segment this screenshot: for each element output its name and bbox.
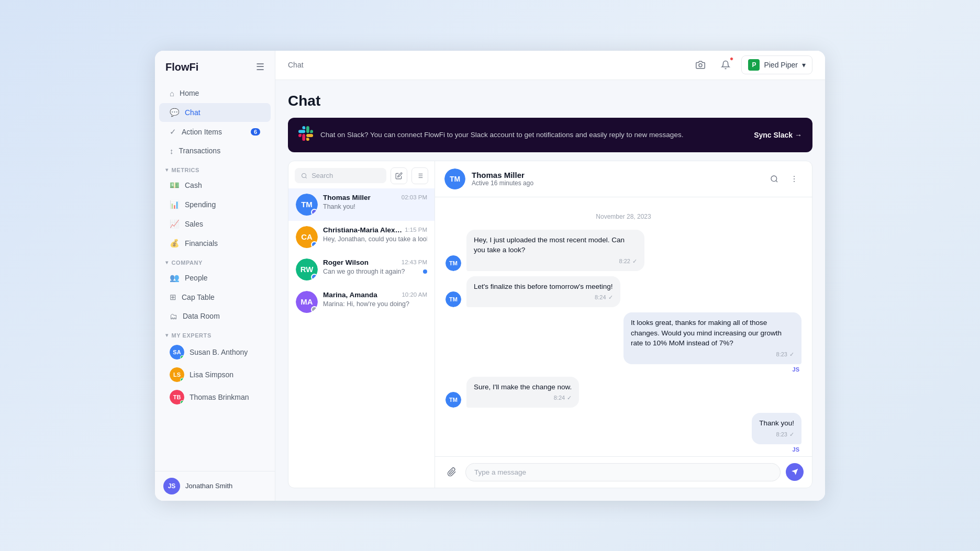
screenshot-button[interactable] [691,55,710,74]
sidebar-item-label: Chat [185,108,201,117]
main-content: Chat P Pied Piper ▾ [275,51,825,501]
sidebar-item-sales[interactable]: 📈 Sales [159,215,271,233]
sync-slack-button[interactable]: Sync Slack → [754,131,802,139]
cash-icon: 💵 [170,181,180,190]
sidebar-item-cash[interactable]: 💵 Cash [159,176,271,195]
search-icon [301,172,307,179]
data-room-icon: 🗂 [170,312,177,321]
conv-time: 12:43 PM [402,259,427,265]
chat-icon: 💬 [170,108,180,117]
conv-preview: Can we go through it again? [323,268,427,275]
sidebar-item-lisa[interactable]: LS Lisa Simpson [159,364,271,386]
sidebar: FlowFi ☰ ⌂ Home 💬 Chat ✓ Action Items 6 … [155,51,275,501]
chevron-icon: ▾ [165,167,169,173]
compose-button[interactable] [391,167,407,184]
conv-avatar-badge [311,274,318,280]
message-bubble: Thank you! 8:23 ✓ [752,413,801,444]
svg-point-9 [771,176,777,182]
msg-avatar: TM [446,392,461,408]
sidebar-item-data-room[interactable]: 🗂 Data Room [159,307,271,325]
chat-contact-name: Thomas Miller [472,171,760,179]
expert-avatar-lisa: LS [170,367,184,382]
expert-name: Thomas Brinkman [190,393,249,401]
breadcrumb: Chat [288,61,304,69]
chat-contact-status: Active 16 minutes ago [472,179,760,187]
send-button[interactable] [786,463,804,481]
sidebar-item-people[interactable]: 👥 People [159,268,271,287]
conversation-item-thomas[interactable]: TM Thomas Miller 02:03 PM Thank you! [288,188,435,221]
expert-avatar-susan: SA [170,345,184,359]
conv-avatar-badge [311,209,318,216]
sidebar-item-financials[interactable]: 💰 Financials [159,234,271,253]
date-divider: November 28, 2023 [446,213,801,220]
sidebar-logo: FlowFi ☰ [155,51,275,82]
svg-line-10 [776,181,777,182]
conv-avatar-roger: RW [296,258,318,280]
sidebar-item-label: Sales [185,220,203,228]
sidebar-item-label: Data Room [183,312,220,320]
user-avatar: JS [163,478,180,494]
action-items-badge: 6 [251,128,260,136]
conv-name: Roger Wilson [323,258,369,266]
sidebar-item-chat[interactable]: 💬 Chat [159,103,271,122]
chat-more-options-button[interactable] [786,171,803,187]
sidebar-item-label: Action Items [182,128,222,136]
conversation-item-marina[interactable]: MA Marina, Amanda 10:20 AM Marina: Hi, h… [288,286,435,318]
sender-initial: JS [793,366,799,373]
company-name: Pied Piper [764,61,798,69]
conv-time: 10:20 AM [402,291,427,298]
people-icon: 👥 [170,273,180,283]
conv-avatar-christiana: CA [296,226,318,248]
chat-header-actions [766,171,803,187]
svg-point-13 [794,181,795,182]
conversation-search[interactable] [295,168,386,183]
sidebar-nav: ⌂ Home 💬 Chat ✓ Action Items 6 ↕ Transac… [155,82,275,471]
conv-name: Thomas Miller [323,194,371,201]
sidebar-item-cap-table[interactable]: ⊞ Cap Table [159,288,271,307]
slack-banner: Chat on Slack? You can connect FlowFi to… [288,118,812,152]
sidebar-item-spending[interactable]: 📊 Spending [159,195,271,214]
sidebar-footer: JS Jonathan Smith [155,471,275,501]
sidebar-item-home[interactable]: ⌂ Home [159,84,271,103]
conversation-item-roger[interactable]: RW Roger Wilson 12:43 PM Can we go throu… [288,253,435,286]
message-input[interactable] [465,463,781,481]
svg-point-0 [699,64,702,67]
menu-icon[interactable]: ☰ [256,61,264,73]
sidebar-item-susan[interactable]: SA Susan B. Anthony [159,341,271,363]
sidebar-item-thomas-brinkman[interactable]: TB Thomas Brinkman [159,386,271,408]
chat-input-area [435,456,812,488]
sidebar-item-transactions[interactable]: ↕ Transactions [159,142,271,160]
company-selector[interactable]: P Pied Piper ▾ [741,55,812,74]
top-bar: Chat P Pied Piper ▾ [275,51,825,80]
message-bubble: It looks great, thanks for making all of… [623,312,801,364]
message-4: TM Sure, I'll make the change now. 8:24 … [446,377,801,408]
sender-initial: JS [793,446,799,453]
svg-point-11 [794,176,795,177]
action-items-icon: ✓ [170,127,176,137]
app-logo: FlowFi [165,61,198,73]
filter-button[interactable] [411,167,428,184]
slack-banner-text: Chat on Slack? You can connect FlowFi to… [320,131,747,139]
message-2: TM Let's finalize this before tomorrow's… [446,276,801,308]
conversation-list: TM Thomas Miller 02:03 PM Thank you! [288,161,435,488]
sidebar-item-label: Cash [185,181,202,189]
sidebar-item-action-items[interactable]: ✓ Action Items 6 [159,122,271,141]
conversation-search-bar [288,161,435,188]
expert-name: Lisa Simpson [190,370,233,379]
search-input[interactable] [311,172,380,179]
notifications-button[interactable] [716,55,735,74]
top-bar-right: P Pied Piper ▾ [691,55,812,74]
slack-logo-icon [298,126,313,144]
chat-search-button[interactable] [766,171,783,187]
conversation-item-christiana[interactable]: CA Christiana-Maria Alexa... 1:15 PM Hey… [288,221,435,253]
chat-header: TM Thomas Miller Active 16 minutes ago [435,161,812,197]
sidebar-item-label: Cap Table [182,293,215,301]
sidebar-item-label: Financials [185,239,218,248]
conv-preview: Marina: Hi, how're you doing? [323,300,427,308]
conv-time: 1:15 PM [405,227,427,233]
conv-time: 02:03 PM [402,194,427,200]
chat-header-avatar: TM [444,168,465,189]
attach-button[interactable] [443,464,460,480]
unread-indicator [423,269,427,274]
chevron-icon: ▾ [165,332,169,338]
